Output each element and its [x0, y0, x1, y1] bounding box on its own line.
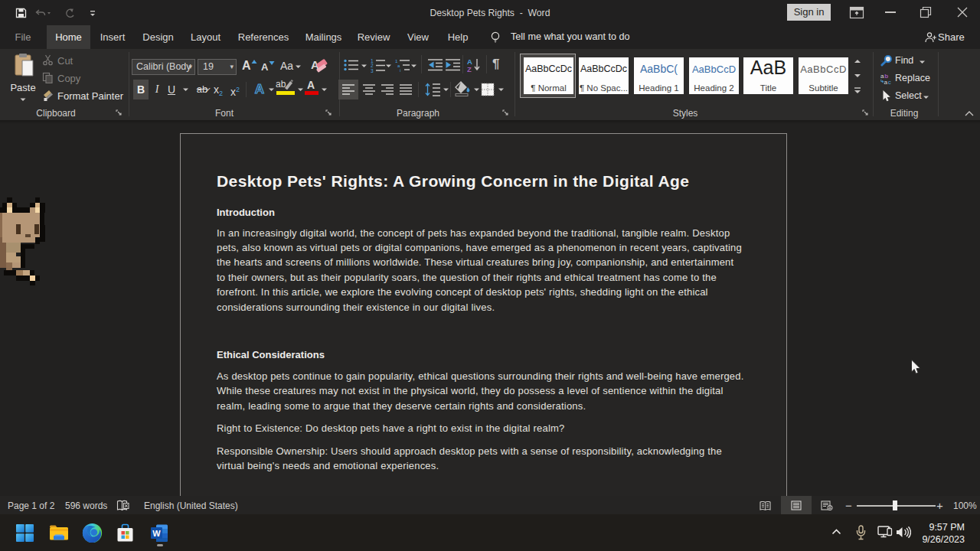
svg-text:c: c [888, 79, 891, 86]
svg-text:a: a [884, 79, 887, 86]
svg-text:W: W [152, 529, 161, 538]
svg-text:Z: Z [467, 65, 472, 73]
svg-text:3: 3 [371, 68, 374, 73]
svg-text:i: i [400, 68, 400, 72]
